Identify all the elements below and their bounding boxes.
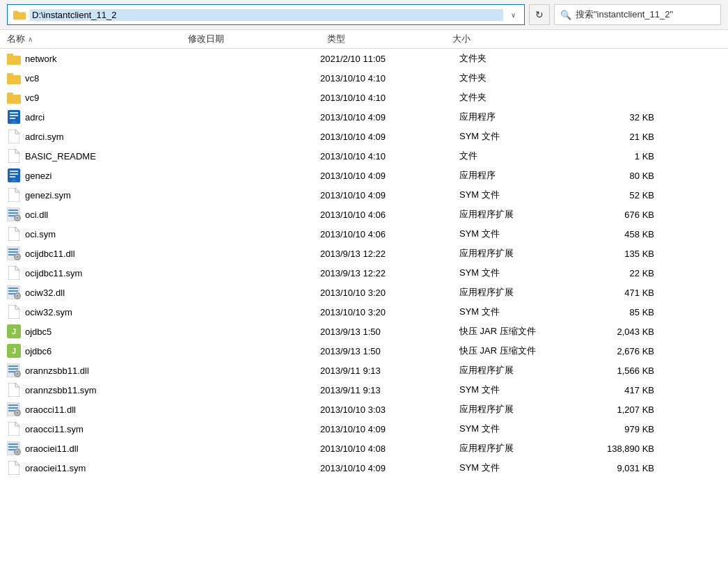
file-date: 2013/9/13 1:50 [320,327,459,337]
file-date: 2013/10/10 3:20 [320,288,459,298]
table-row[interactable]: ocijdbc11.sym 2013/9/13 12:22 SYM 文件 22 … [0,263,728,283]
sort-date-header[interactable]: 修改日期 [188,33,327,45]
table-row[interactable]: ociw32.dll 2013/10/10 3:20 应用程序扩展 471 KB [0,283,728,302]
file-name-cell: ociw32.dll [7,285,320,299]
svg-rect-44 [8,365,18,367]
sort-type-header[interactable]: 类型 [327,33,452,45]
file-date: 2013/9/11 9:13 [320,365,459,376]
table-row[interactable]: oraocci11.dll 2013/10/10 3:03 应用程序扩展 1,2… [0,400,728,419]
table-row[interactable]: J ojdbc5 2013/9/13 1:50 快压 JAR 压缩文件 2,04… [0,322,728,341]
svg-point-38 [17,295,19,297]
sort-name-header[interactable]: 名称 ∧ [7,33,188,45]
file-type: 文件 [459,150,585,162]
file-name-cell: adrci [7,110,320,124]
file-icon-container [7,422,21,436]
file-name-cell: oci.dll [7,207,320,221]
file-type: 文件夹 [459,52,585,65]
table-row[interactable]: BASIC_README 2013/10/10 4:10 文件 1 KB [0,146,728,166]
file-type: SYM 文件 [459,267,585,279]
file-type: SYM 文件 [459,462,585,474]
file-size: 458 KB [585,229,654,239]
refresh-icon: ↻ [535,9,544,20]
svg-rect-14 [10,171,18,172]
search-box[interactable]: 🔍 搜索"instantclient_11_2" [554,4,721,25]
table-row[interactable]: genezi.sym 2013/10/10 4:09 SYM 文件 52 KB [0,185,728,205]
dll-icon [7,441,21,455]
file-name: adrci.sym [25,132,64,142]
file-icon-container [7,383,21,397]
file-name-cell: adrci.sym [7,129,320,143]
svg-rect-35 [8,293,15,294]
file-name: adrci [25,112,45,123]
file-icon-container: J [7,324,21,338]
file-list: network 2021/2/10 11:05 文件夹 vc8 2013/10/… [0,49,728,552]
table-row[interactable]: oci.sym 2013/10/10 4:06 SYM 文件 458 KB [0,224,728,244]
file-icon [8,266,19,280]
table-row[interactable]: oraociei11.sym 2013/10/10 4:09 SYM 文件 9,… [0,458,728,478]
table-row[interactable]: adrci.sym 2013/10/10 4:09 SYM 文件 21 KB [0,127,728,146]
file-size: 471 KB [585,288,654,298]
file-type: 应用程序扩展 [459,247,585,260]
path-text: D:\instantclient_11_2 [30,9,503,21]
refresh-button[interactable]: ↻ [529,4,550,25]
file-name: oci.dll [25,210,48,220]
table-row[interactable]: adrci 2013/10/10 4:09 应用程序 32 KB [0,107,728,127]
table-row[interactable]: network 2021/2/10 11:05 文件夹 [0,49,728,68]
table-row[interactable]: orannzsbb11.dll 2013/9/11 9:13 应用程序扩展 1,… [0,361,728,380]
table-row[interactable]: genezi 2013/10/10 4:09 应用程序 80 KB [0,166,728,185]
file-size: 85 KB [585,307,654,317]
file-size: 417 KB [585,385,654,395]
file-date: 2013/10/10 3:03 [320,404,459,415]
file-name: ociw32.dll [25,288,65,298]
table-row[interactable]: vc8 2013/10/10 4:10 文件夹 [0,68,728,88]
svg-rect-5 [7,73,13,77]
file-name-cell: genezi.sym [7,188,320,202]
file-icon [8,461,19,475]
dll-icon [7,207,21,221]
svg-rect-33 [8,288,18,289]
dll-icon [7,246,21,260]
jar-icon: J [7,324,21,338]
table-row[interactable]: oraociei11.dll 2013/10/10 4:08 应用程序扩展 13… [0,439,728,458]
file-icon-container [7,91,21,104]
file-name: BASIC_README [25,151,96,162]
file-size: 2,043 KB [585,327,654,337]
file-name: genezi.sym [25,190,71,201]
file-size: 1,207 KB [585,404,654,415]
table-row[interactable]: oraocci11.sym 2013/10/10 4:09 SYM 文件 979… [0,419,728,439]
file-name: orannzsbb11.dll [25,365,89,376]
file-type: SYM 文件 [459,384,585,396]
file-name: orannzsbb11.sym [25,385,97,395]
path-box[interactable]: D:\instantclient_11_2 ∨ [7,4,525,25]
table-row[interactable]: vc9 2013/10/10 4:10 文件夹 [0,88,728,107]
dll-icon [7,285,21,299]
file-name: vc8 [25,73,39,84]
svg-rect-46 [8,371,15,372]
file-name-cell: oci.sym [7,227,320,241]
jar-icon: J [7,344,21,358]
dropdown-icon[interactable]: ∨ [507,11,519,19]
svg-rect-7 [7,93,13,96]
file-type: 应用程序扩展 [459,286,585,299]
file-icon-container [7,129,21,143]
file-size: 1 KB [585,151,654,162]
svg-rect-10 [10,115,18,116]
table-row[interactable]: ocijdbc11.dll 2013/9/13 12:22 应用程序扩展 135… [0,244,728,263]
table-row[interactable]: orannzsbb11.sym 2013/9/11 9:13 SYM 文件 41… [0,380,728,400]
svg-rect-26 [8,249,18,250]
file-name-cell: orannzsbb11.dll [7,363,320,377]
table-row[interactable]: oci.dll 2013/10/10 4:06 应用程序扩展 676 KB [0,205,728,224]
svg-rect-20 [8,212,18,214]
svg-text:J: J [12,327,16,336]
file-name-cell: ocijdbc11.sym [7,266,320,280]
svg-rect-60 [8,449,15,450]
file-type: 快压 JAR 压缩文件 [459,325,585,338]
svg-rect-59 [8,446,18,448]
sort-size-header[interactable]: 大小 [452,33,522,45]
file-size: 676 KB [585,210,654,220]
file-size: 979 KB [585,424,654,434]
table-row[interactable]: ociw32.sym 2013/10/10 3:20 SYM 文件 85 KB [0,302,728,322]
sort-arrow: ∧ [28,36,33,43]
file-type: SYM 文件 [459,130,585,143]
table-row[interactable]: J ojdbc6 2013/9/13 1:50 快压 JAR 压缩文件 2,67… [0,341,728,361]
